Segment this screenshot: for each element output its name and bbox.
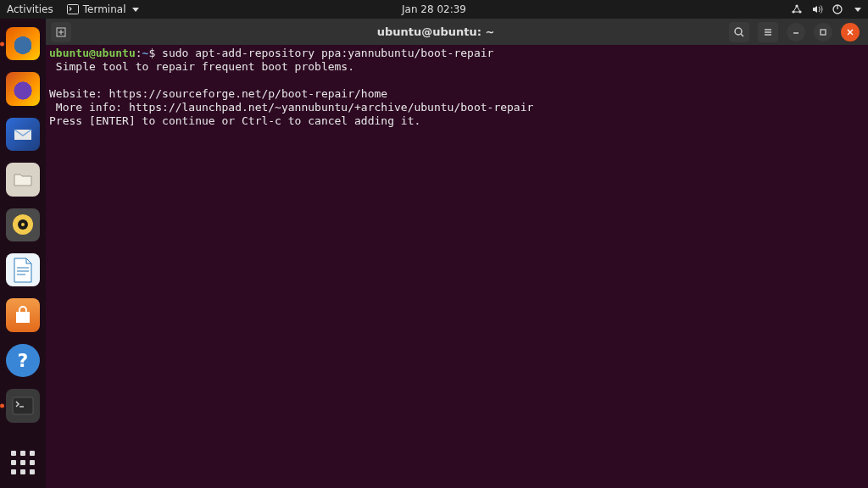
dock-item-thunderbird[interactable] xyxy=(6,118,40,151)
app-menu[interactable]: Terminal xyxy=(67,3,140,15)
terminal-icon xyxy=(67,4,79,14)
terminal-window: ubuntu@ubuntu: ~ ubuntu@ubuntu:~$ sudo a… xyxy=(46,19,868,488)
activities-button[interactable]: Activities xyxy=(7,3,53,15)
svg-rect-0 xyxy=(67,5,78,14)
dock-item-firefox2[interactable] xyxy=(6,72,40,105)
dock-item-files[interactable] xyxy=(6,163,40,196)
svg-rect-12 xyxy=(13,397,33,414)
hamburger-icon xyxy=(762,26,774,38)
minimize-button[interactable] xyxy=(787,23,805,42)
close-button[interactable] xyxy=(841,23,860,42)
dock-item-software[interactable] xyxy=(6,298,40,331)
prompt-dollar: $ xyxy=(148,47,162,59)
terminal-output-line: More info: https://launchpad.net/~yannub… xyxy=(49,101,533,114)
prompt-sep: : xyxy=(136,47,142,59)
terminal-output-line: Press [ENTER] to continue or Ctrl-c to c… xyxy=(49,114,420,127)
chevron-down-icon xyxy=(132,8,139,12)
question-icon: ? xyxy=(18,350,29,371)
bag-icon xyxy=(13,306,33,324)
menu-button[interactable] xyxy=(758,22,778,42)
folder-icon xyxy=(13,171,33,188)
svg-rect-23 xyxy=(821,30,826,35)
network-icon[interactable] xyxy=(791,3,803,15)
dock: ? xyxy=(0,19,46,488)
minimize-icon xyxy=(792,28,800,36)
close-icon xyxy=(846,28,854,36)
svg-point-17 xyxy=(735,28,742,35)
clock[interactable]: Jan 28 02:39 xyxy=(402,3,466,15)
terminal-body[interactable]: ubuntu@ubuntu:~$ sudo apt-add-repository… xyxy=(46,45,868,488)
power-icon[interactable] xyxy=(832,3,843,15)
new-tab-icon xyxy=(55,26,67,38)
dock-item-rhythmbox[interactable] xyxy=(6,208,40,241)
mail-icon xyxy=(14,127,32,142)
terminal-icon xyxy=(12,396,34,415)
prompt-user-host: ubuntu@ubuntu xyxy=(49,47,136,59)
svg-point-8 xyxy=(21,223,25,226)
chevron-down-icon[interactable] xyxy=(854,8,861,12)
dock-item-help[interactable]: ? xyxy=(6,344,40,377)
svg-line-18 xyxy=(741,34,743,36)
volume-icon[interactable] xyxy=(811,3,823,15)
terminal-output-line: Simple tool to repair frequent boot prob… xyxy=(49,60,354,73)
show-apps-button[interactable] xyxy=(6,446,40,480)
search-button[interactable] xyxy=(729,22,749,42)
app-menu-label: Terminal xyxy=(83,3,126,15)
top-bar: Activities Terminal Jan 28 02:39 xyxy=(0,0,868,19)
maximize-icon xyxy=(819,28,827,36)
dock-item-firefox[interactable] xyxy=(6,27,40,60)
terminal-command: sudo apt-add-repository ppa:yannubuntu/b… xyxy=(162,47,493,59)
window-title: ubuntu@ubuntu: ~ xyxy=(153,25,719,38)
terminal-output-line: Website: https://sourceforge.net/p/boot-… xyxy=(49,87,387,100)
window-titlebar[interactable]: ubuntu@ubuntu: ~ xyxy=(46,19,868,45)
speaker-icon xyxy=(11,213,35,236)
dock-item-terminal[interactable] xyxy=(6,389,40,422)
dock-item-writer[interactable] xyxy=(6,253,40,286)
new-tab-button[interactable] xyxy=(51,22,71,42)
maximize-button[interactable] xyxy=(814,23,832,42)
search-icon xyxy=(733,26,745,38)
document-icon xyxy=(12,258,34,283)
